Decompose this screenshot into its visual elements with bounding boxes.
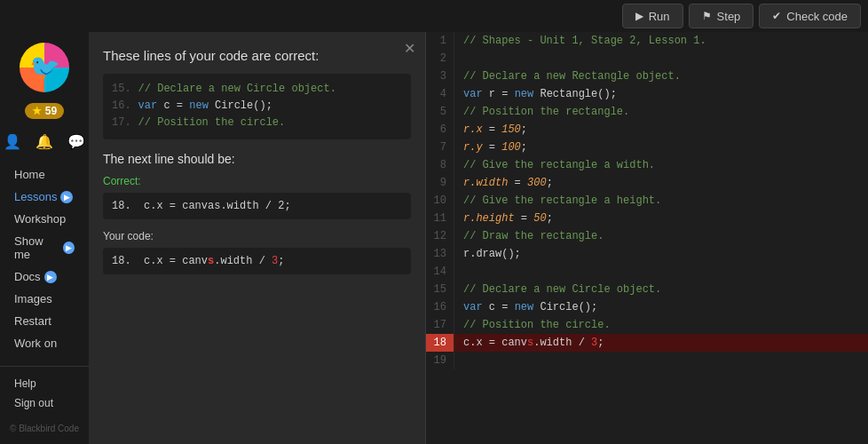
your-code: 18. c.x = canvs.width / 3; [112,255,284,267]
editor-line-19: 19 [426,352,868,369]
logo: 🐦 [0,39,89,96]
images-label: Images [14,292,52,305]
editor-line-5: 5 // Position the rectangle. [426,103,868,121]
editor-line-17: 17 // Position the circle. [426,316,868,334]
editor-line-8: 8 // Give the rectangle a width. [426,156,868,174]
your-code-label: Your code: [103,230,411,242]
editor-line-11: 11 r.height = 50; [426,210,868,227]
sidebar-action-icons: 👤 🔔 💬 [0,130,89,154]
showme-arrow: ▶ [63,242,75,254]
docs-label: Docs [14,270,41,283]
home-label: Home [14,168,45,181]
sidebar-bottom: Help Sign out [0,366,89,420]
code-line-15: 15. // Declare a new Circle object. [112,81,402,98]
lessons-label: Lessons [14,190,57,203]
editor-line-9: 9 r.width = 300; [426,174,868,192]
sidebar-item-showme[interactable]: Show me ▶ [7,231,82,265]
sidebar-item-docs[interactable]: Docs ▶ [7,266,82,287]
sidebar-item-lessons[interactable]: Lessons ▶ [7,186,82,207]
correct-code: 18. c.x = canvas.width / 2; [112,200,291,212]
stars-badge: ★ 59 [25,103,64,119]
error-char-s: s [208,255,214,267]
editor-line-6: 6 r.x = 150; [426,121,868,139]
run-icon: ▶ [635,10,643,22]
stars-count: 59 [45,105,57,117]
run-label: Run [649,10,670,23]
editor-line-15: 15 // Declare a new Circle object. [426,281,868,298]
keyword-var: var [138,99,158,112]
editor-content[interactable]: 1 // Shapes - Unit 1, Stage 2, Lesson 1.… [426,32,868,444]
editor-line-1: 1 // Shapes - Unit 1, Stage 2, Lesson 1. [426,32,868,50]
feedback-panel: ✕ These lines of your code are correct: … [89,32,426,444]
sidebar-item-images[interactable]: Images [7,289,82,309]
logo-face: 🐦 [29,55,60,80]
sidebar-item-home[interactable]: Home [7,164,82,185]
correct-lines-preview: 15. // Declare a new Circle object. 16. … [103,74,411,139]
code-editor: 1 // Shapes - Unit 1, Stage 2, Lesson 1.… [426,32,868,444]
correct-label: Correct: [103,175,411,187]
next-line-title: The next line should be: [103,152,411,166]
editor-line-7: 7 r.y = 100; [426,139,868,156]
check-code-button[interactable]: ✔ Check code [759,4,861,28]
chat-icon[interactable]: 💬 [67,133,85,150]
copyright: © Blackbird Code [0,420,89,437]
docs-arrow: ▶ [44,271,57,283]
lessons-arrow: ▶ [60,191,73,203]
logo-circle: 🐦 [20,43,69,92]
workshop-label: Workshop [14,212,66,226]
run-button[interactable]: ▶ Run [622,4,683,28]
editor-line-12: 12 // Draw the rectangle. [426,227,868,245]
keyword-new: new [189,99,209,112]
sidebar-item-restart[interactable]: Restart [7,311,82,331]
editor-line-10: 10 // Give the rectangle a height. [426,192,868,210]
check-label: Check code [786,10,848,23]
editor-line-18: 18 c.x = canvs.width / 3; [426,334,868,352]
workon-label: Work on [14,337,57,350]
restart-label: Restart [14,314,51,328]
code-line-17: 17. // Position the circle. [112,115,402,131]
top-bar: ▶ Run ⚑ Step ✔ Check code [0,0,868,32]
step-label: Step [717,10,741,23]
close-button[interactable]: ✕ [400,39,418,57]
error-num-3: 3 [272,255,278,267]
sidebar-nav: Home Lessons ▶ Workshop Show me ▶ Docs ▶… [0,164,89,366]
editor-line-16: 16 var c = new Circle(); [426,298,868,316]
bell-icon[interactable]: 🔔 [36,133,53,150]
showme-label: Show me [14,234,59,261]
check-icon: ✔ [772,10,781,22]
step-button[interactable]: ⚑ Step [689,4,754,28]
sidebar-item-help[interactable]: Help [7,374,82,393]
step-icon: ⚑ [702,10,712,22]
stars-badge-container: ★ 59 [0,103,89,119]
correct-code-box: 18. c.x = canvas.width / 2; [103,193,411,219]
editor-line-14: 14 [426,263,868,281]
editor-line-13: 13 r.draw(); [426,245,868,263]
sidebar-item-signout[interactable]: Sign out [7,393,82,413]
editor-line-4: 4 var r = new Rectangle(); [426,85,868,103]
profile-icon[interactable]: 👤 [4,133,21,150]
editor-line-2: 2 [426,50,868,67]
editor-line-3: 3 // Declare a new Rectangle object. [426,67,868,85]
code-line-16: 16. var c = new Circle(); [112,98,402,115]
sidebar: 🐦 ★ 59 👤 🔔 💬 Home Lessons ▶ Workshop [0,32,89,444]
star-icon: ★ [32,105,42,117]
main-layout: 🐦 ★ 59 👤 🔔 💬 Home Lessons ▶ Workshop [0,32,868,444]
sidebar-item-workshop[interactable]: Workshop [7,209,82,229]
feedback-title: These lines of your code are correct: [103,46,411,65]
your-code-box: 18. c.x = canvs.width / 3; [103,248,411,274]
sidebar-item-workon[interactable]: Work on [7,333,82,353]
